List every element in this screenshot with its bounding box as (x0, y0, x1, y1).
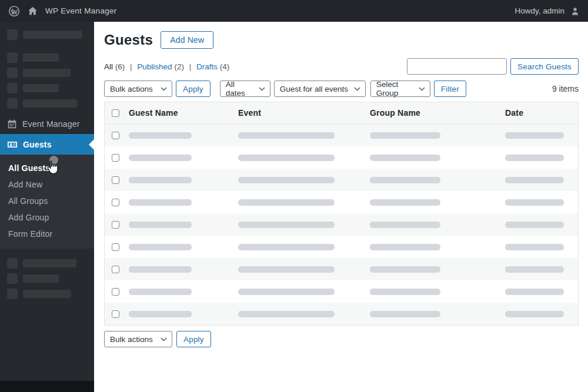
guest-name-placeholder-bar (129, 132, 192, 139)
guest-name-placeholder-bar (129, 222, 192, 228)
sidebar-item-add-new[interactable]: Add New (0, 176, 94, 193)
views-search-row: All (6) | Published (2) | Drafts (4) Sea… (104, 58, 579, 75)
guest-name-placeholder-bar (129, 244, 192, 250)
admin-bar-left: WP Event Manager (8, 5, 117, 17)
event-filter-select[interactable]: Guest for all events (274, 81, 366, 97)
table-row (105, 213, 578, 236)
chevron-down-icon (161, 87, 167, 91)
date-placeholder-bar (505, 222, 564, 228)
dates-selected-value: All dates (226, 80, 255, 98)
views-separator: | (130, 62, 132, 71)
chevron-down-icon (259, 87, 265, 91)
column-header-group-name: Group Name (370, 108, 505, 118)
sidebar-placeholder-item (0, 29, 94, 40)
search-input[interactable] (407, 58, 507, 75)
sidebar-placeholder-group-bottom (0, 258, 94, 299)
placeholder-icon (7, 52, 18, 63)
apply-button[interactable]: Apply (176, 81, 211, 97)
search-box: Search Guests (407, 58, 579, 75)
row-checkbox[interactable] (112, 221, 119, 229)
sidebar-placeholder-item (0, 273, 94, 284)
row-checkbox[interactable] (112, 176, 119, 184)
home-icon[interactable] (28, 6, 38, 16)
sidebar-footer-strip (0, 381, 94, 392)
sidebar-placeholder-item (0, 52, 94, 63)
event-placeholder-bar (238, 222, 335, 228)
site-name[interactable]: WP Event Manager (45, 6, 117, 15)
calendar-icon (7, 119, 17, 129)
event-placeholder-bar (238, 177, 335, 183)
page-header: Guests Add New (104, 31, 579, 49)
date-placeholder-bar (505, 289, 564, 295)
view-all-link[interactable]: All (104, 62, 113, 71)
admin-sidebar: Event Manager Guests All Guests Add New … (0, 22, 94, 392)
wordpress-logo-icon[interactable] (8, 5, 20, 17)
admin-bar-right: Howdy, admin (514, 6, 580, 16)
bulk-actions-select[interactable]: Bulk actions (104, 81, 172, 97)
sidebar-placeholder-group-top (0, 22, 94, 109)
table-row (105, 169, 578, 191)
sidebar-placeholder-item (0, 98, 94, 109)
sidebar-item-guests[interactable]: Guests (0, 134, 94, 155)
admin-bar: WP Event Manager Howdy, admin (0, 0, 588, 22)
table-row (105, 146, 578, 169)
sidebar-item-all-guests[interactable]: All Guests (0, 160, 94, 176)
guests-table: Guest Name Event Group Name Date (104, 102, 579, 326)
column-header-date: Date (505, 108, 578, 118)
user-avatar-icon[interactable] (570, 6, 580, 16)
sidebar-item-form-editor[interactable]: Form Editor (0, 226, 94, 242)
apply-button-bottom[interactable]: Apply (176, 331, 211, 347)
event-placeholder-bar (238, 311, 335, 317)
row-checkbox[interactable] (112, 243, 119, 251)
placeholder-icon (7, 68, 18, 78)
table-row (105, 258, 578, 280)
row-checkbox[interactable] (112, 132, 119, 139)
select-all-checkbox[interactable] (112, 109, 119, 117)
view-all-count: (6) (115, 62, 125, 71)
placeholder-icon (7, 289, 18, 299)
table-row (105, 191, 578, 213)
items-count: 9 items (552, 84, 579, 93)
event-placeholder-bar (238, 155, 335, 161)
view-published-count: (2) (174, 62, 184, 71)
chevron-down-icon (161, 337, 167, 341)
sidebar-item-all-groups[interactable]: All Groups (0, 193, 94, 209)
row-checkbox[interactable] (112, 288, 119, 296)
search-guests-button[interactable]: Search Guests (510, 58, 579, 75)
row-checkbox[interactable] (112, 154, 119, 162)
view-published-link[interactable]: Published (137, 62, 172, 71)
group-filter-select[interactable]: Select Group (370, 81, 430, 97)
dates-filter-select[interactable]: All dates (220, 81, 270, 97)
row-checkbox[interactable] (112, 310, 119, 318)
guests-submenu: All Guests Add New All Groups Add Group … (0, 155, 94, 249)
event-placeholder-bar (238, 266, 335, 273)
placeholder-bar (23, 290, 71, 298)
column-header-guest-name: Guest Name (129, 108, 238, 118)
placeholder-bar (23, 31, 82, 39)
table-row (105, 236, 578, 258)
date-placeholder-bar (505, 155, 564, 161)
active-menu-arrow (89, 139, 94, 150)
placeholder-bar (23, 99, 77, 108)
table-body (105, 124, 578, 325)
sidebar-item-event-manager[interactable]: Event Manager (0, 113, 94, 134)
placeholder-bar (23, 274, 59, 283)
sidebar-placeholder-item (0, 289, 94, 299)
filter-toolbar: Bulk actions Apply All dates Guest for a… (104, 81, 579, 97)
add-new-button[interactable]: Add New (161, 31, 213, 49)
sidebar-item-add-group[interactable]: Add Group (0, 209, 94, 226)
placeholder-icon (7, 29, 18, 40)
filter-button[interactable]: Filter (434, 81, 466, 97)
status-filter-links: All (6) | Published (2) | Drafts (4) (104, 62, 229, 71)
event-filter-selected-value: Guest for all events (280, 85, 348, 93)
sidebar-placeholder-item (0, 68, 94, 78)
placeholder-icon (7, 98, 18, 109)
view-drafts-link[interactable]: Drafts (196, 62, 218, 71)
howdy-text[interactable]: Howdy, admin (514, 6, 564, 15)
event-placeholder-bar (238, 199, 335, 206)
guest-name-placeholder-bar (129, 155, 192, 161)
row-checkbox[interactable] (112, 199, 119, 206)
bulk-actions-select-bottom[interactable]: Bulk actions (104, 331, 172, 347)
row-checkbox[interactable] (112, 266, 119, 273)
chevron-down-icon (419, 87, 425, 91)
